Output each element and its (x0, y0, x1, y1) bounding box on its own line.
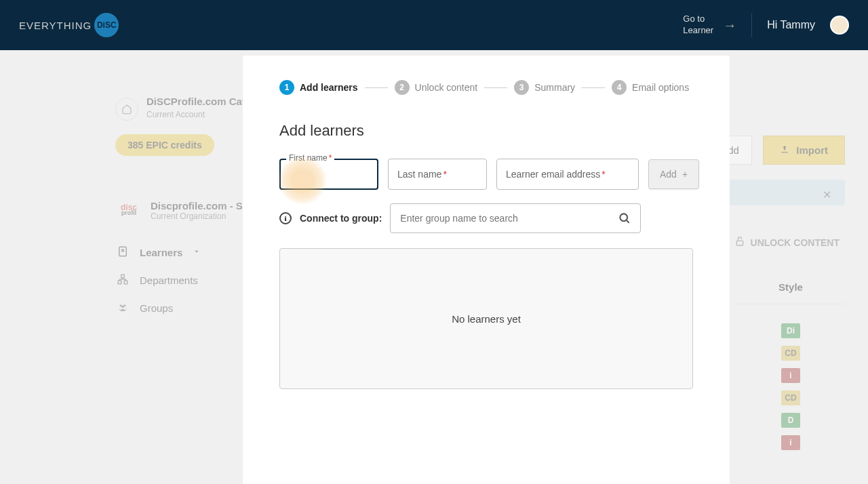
group-search-input[interactable] (390, 203, 641, 233)
svg-point-9 (620, 214, 628, 221)
unlock-content-button[interactable]: UNLOCK CONTENT (734, 236, 840, 249)
step-unlock-content[interactable]: 2 Unlock content (395, 80, 478, 95)
step-number: 1 (279, 80, 294, 95)
step-label: Email options (632, 82, 689, 93)
goto-line2: Learner (683, 25, 713, 37)
credits-pill[interactable]: 385 EPIC credits (115, 134, 214, 156)
step-connector (484, 87, 507, 88)
close-icon[interactable]: ✕ (823, 188, 831, 201)
style-badge: i (781, 368, 800, 383)
style-badge: i (781, 435, 800, 450)
modal-title: Add learners (279, 122, 693, 140)
first-name-input[interactable] (279, 159, 378, 190)
user-greeting: Hi Tammy (767, 19, 815, 31)
step-connector (582, 87, 605, 88)
step-number: 3 (514, 80, 529, 95)
groups-icon (115, 301, 130, 315)
lock-icon (734, 236, 745, 249)
svg-point-7 (121, 305, 124, 308)
logo: EVERYTHING DiSC (19, 13, 119, 37)
style-badge: CD (781, 390, 800, 405)
nav-label: Groups (140, 302, 173, 314)
departments-icon (115, 273, 130, 287)
logo-text: EVERYTHING (19, 20, 92, 31)
style-column-header: Style (736, 281, 845, 304)
logo-badge: DiSC (94, 13, 119, 37)
step-email-options[interactable]: 4 Email options (612, 80, 689, 95)
step-label: Add learners (300, 82, 358, 93)
first-name-label: First name* (286, 153, 334, 163)
step-summary[interactable]: 3 Summary (514, 80, 575, 95)
style-badge: D (781, 413, 800, 428)
stepper: 1 Add learners 2 Unlock content 3 Summar… (279, 80, 693, 95)
last-name-input[interactable] (388, 159, 487, 190)
svg-point-5 (120, 304, 122, 306)
info-icon[interactable]: i (279, 212, 292, 224)
svg-rect-8 (736, 241, 743, 245)
nav-label: Departments (140, 275, 198, 286)
avatar[interactable] (830, 16, 849, 35)
unlock-label: UNLOCK CONTENT (751, 237, 840, 248)
learners-icon (115, 245, 130, 260)
step-label: Summary (534, 82, 575, 93)
arrow-right-icon: → (723, 16, 736, 34)
plus-icon: + (682, 169, 688, 180)
empty-message: No learners yet (452, 313, 521, 325)
add-label: Add (660, 169, 677, 180)
learner-form-row: First name* Last name* Learner email add… (279, 159, 693, 190)
connect-group-label: Connect to group: (300, 213, 382, 224)
search-icon[interactable] (618, 211, 631, 228)
upload-icon (780, 144, 789, 156)
style-badge: CD (781, 346, 800, 361)
add-learner-button[interactable]: Add + (648, 159, 699, 189)
divider (751, 13, 752, 37)
step-add-learners[interactable]: 1 Add learners (279, 80, 358, 95)
add-learners-modal: 1 Add learners 2 Unlock content 3 Summar… (243, 56, 730, 484)
nav-label: Learners (140, 247, 182, 258)
main-actions: dd Import (715, 136, 845, 165)
svg-point-6 (124, 304, 126, 306)
org-logo-icon: discprofil (115, 197, 142, 224)
goto-line1: Go to (683, 14, 713, 25)
import-button[interactable]: Import (763, 136, 845, 165)
step-number: 2 (395, 80, 410, 95)
connect-group-row: i Connect to group: (279, 203, 693, 233)
step-number: 4 (612, 80, 627, 95)
learners-list-empty: No learners yet (279, 248, 693, 389)
style-badge: Di (781, 323, 800, 338)
goto-learner-link[interactable]: Go to Learner → (683, 14, 736, 37)
chevron-down-icon (192, 247, 201, 258)
step-label: Unlock content (415, 82, 478, 93)
header-right: Go to Learner → Hi Tammy (683, 13, 849, 37)
import-label: Import (796, 144, 828, 156)
app-header: EVERYTHING DiSC Go to Learner → Hi Tammy (0, 0, 868, 50)
learner-email-input[interactable] (496, 159, 639, 190)
svg-rect-2 (121, 275, 125, 278)
step-connector (365, 87, 388, 88)
table-header: Style Di CD i CD D i (736, 281, 845, 450)
svg-rect-4 (124, 281, 127, 284)
svg-rect-3 (118, 281, 121, 284)
home-icon (115, 98, 138, 121)
style-badges: Di CD i CD D i (736, 323, 845, 450)
svg-point-1 (122, 249, 124, 251)
